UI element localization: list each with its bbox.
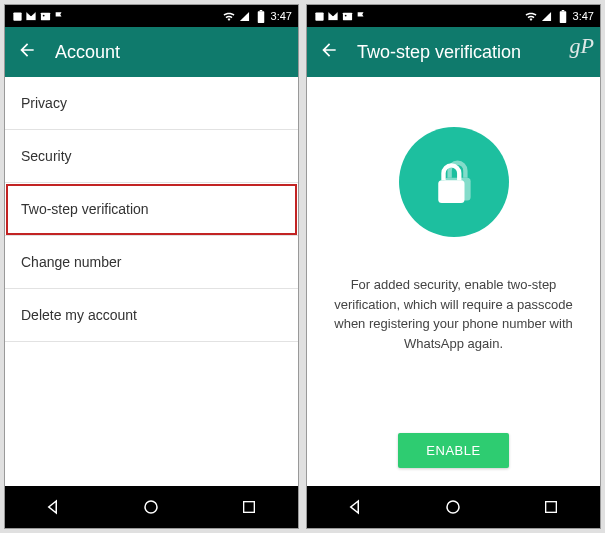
svg-point-2: [42, 14, 44, 16]
svg-rect-3: [257, 11, 264, 23]
page-title: Account: [55, 42, 120, 63]
battery-icon: [255, 10, 267, 22]
svg-point-14: [447, 501, 459, 513]
nav-home-icon[interactable]: [131, 487, 171, 527]
svg-rect-10: [559, 11, 566, 23]
back-icon[interactable]: [17, 40, 37, 64]
photo-icon: [39, 10, 51, 22]
list-item-privacy[interactable]: Privacy: [5, 77, 298, 130]
mail-icon: [327, 10, 339, 22]
wifi-icon: [525, 10, 537, 22]
mail-icon: [25, 10, 37, 22]
nav-back-icon[interactable]: [336, 487, 376, 527]
enable-button[interactable]: ENABLE: [398, 433, 508, 468]
nav-home-icon[interactable]: [433, 487, 473, 527]
signal-icon: [239, 10, 251, 22]
list-item-change-number[interactable]: Change number: [5, 236, 298, 289]
list-item-delete-account[interactable]: Delete my account: [5, 289, 298, 342]
status-bar: 3:47: [5, 5, 298, 27]
lock-illustration: [399, 127, 509, 237]
two-step-content: For added security, enable two-step veri…: [307, 77, 600, 486]
svg-point-5: [145, 501, 157, 513]
wifi-icon: [223, 10, 235, 22]
signal-icon: [541, 10, 553, 22]
svg-rect-13: [438, 180, 464, 203]
flag-icon: [53, 10, 65, 22]
svg-point-9: [344, 14, 346, 16]
nav-recent-icon[interactable]: [229, 487, 269, 527]
back-icon[interactable]: [319, 40, 339, 64]
photo-icon: [341, 10, 353, 22]
svg-rect-15: [546, 502, 557, 513]
phone-left: 3:47 Account Privacy Security Two-step v…: [4, 4, 299, 529]
app-bar: Two-step verification: [307, 27, 600, 77]
app-bar: Account: [5, 27, 298, 77]
status-bar: 3:47: [307, 5, 600, 27]
status-icons-right: 3:47: [525, 10, 594, 22]
notification-icon: [11, 10, 23, 22]
svg-rect-8: [342, 12, 351, 19]
flag-icon: [355, 10, 367, 22]
svg-rect-7: [315, 12, 323, 20]
status-icons-right: 3:47: [223, 10, 292, 22]
notification-icon: [313, 10, 325, 22]
status-time: 3:47: [573, 10, 594, 22]
svg-rect-0: [13, 12, 21, 20]
svg-rect-6: [244, 502, 255, 513]
svg-rect-1: [40, 12, 49, 19]
phone-right: 3:47 Two-step verification gP For added …: [306, 4, 601, 529]
battery-icon: [557, 10, 569, 22]
account-list: Privacy Security Two-step verification C…: [5, 77, 298, 486]
svg-rect-11: [561, 10, 564, 11]
page-title: Two-step verification: [357, 42, 521, 63]
list-item-security[interactable]: Security: [5, 130, 298, 183]
nav-back-icon[interactable]: [34, 487, 74, 527]
status-time: 3:47: [271, 10, 292, 22]
svg-rect-4: [259, 10, 262, 11]
nav-bar: [5, 486, 298, 528]
status-icons-left: [11, 10, 65, 22]
nav-bar: [307, 486, 600, 528]
status-icons-left: [313, 10, 367, 22]
list-item-two-step-verification[interactable]: Two-step verification: [5, 183, 298, 236]
two-step-description: For added security, enable two-step veri…: [329, 275, 578, 353]
nav-recent-icon[interactable]: [531, 487, 571, 527]
